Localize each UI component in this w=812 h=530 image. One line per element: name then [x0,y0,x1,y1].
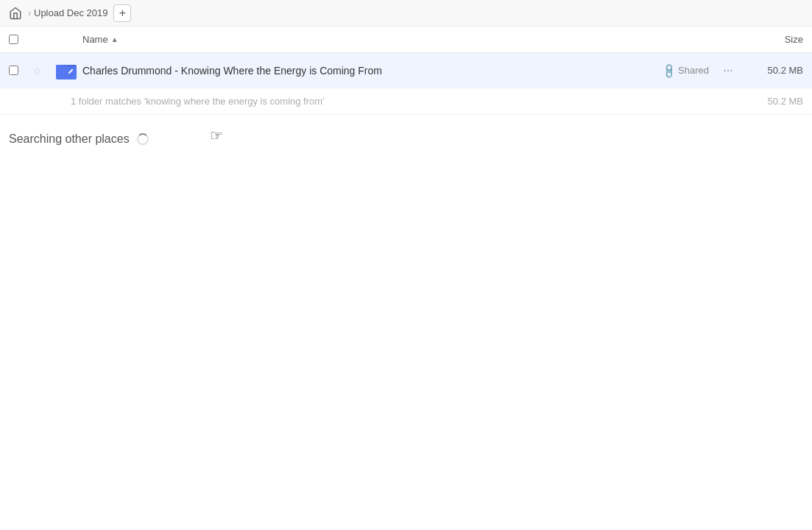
file-checkbox[interactable] [9,66,18,75]
file-row[interactable]: ☆ Charles Drummond - Knowing Where the E… [0,53,812,88]
breadcrumb-bar: › Upload Dec 2019 + [0,0,812,26]
shared-label: Shared [678,65,709,76]
match-text: 1 folder matches 'knowing where the ener… [71,96,744,107]
star-button[interactable]: ☆ [32,65,50,77]
shared-badge: 🔗 Shared [663,65,709,77]
searching-section: Searching other places [0,115,812,163]
column-headers: Name ▲ Size [0,26,812,53]
home-button[interactable] [9,7,22,20]
file-checkbox-wrap[interactable] [9,66,27,75]
loading-spinner [137,133,149,145]
folder-icon-wrap [56,60,77,81]
file-size: 50.2 MB [744,65,803,76]
sort-arrow-icon: ▲ [111,35,119,43]
match-size: 50.2 MB [744,96,803,107]
searching-label: Searching other places [9,132,130,146]
name-column-header[interactable]: Name ▲ [82,34,744,45]
select-all-checkbox[interactable] [9,35,18,44]
folder-icon [56,62,77,80]
link-icon: 🔗 [660,62,677,79]
name-column-label: Name [82,34,108,45]
header-checkbox[interactable] [9,35,27,44]
match-info-row: 1 folder matches 'knowing where the ener… [0,88,812,115]
breadcrumb-chevron: › [28,8,31,18]
breadcrumb-folder-label[interactable]: Upload Dec 2019 [34,7,107,18]
file-name: Charles Drummond - Knowing Where the Ene… [82,65,663,77]
more-options-button[interactable]: ··· [718,60,738,81]
size-column-header[interactable]: Size [744,34,803,45]
add-button[interactable]: + [113,4,131,22]
